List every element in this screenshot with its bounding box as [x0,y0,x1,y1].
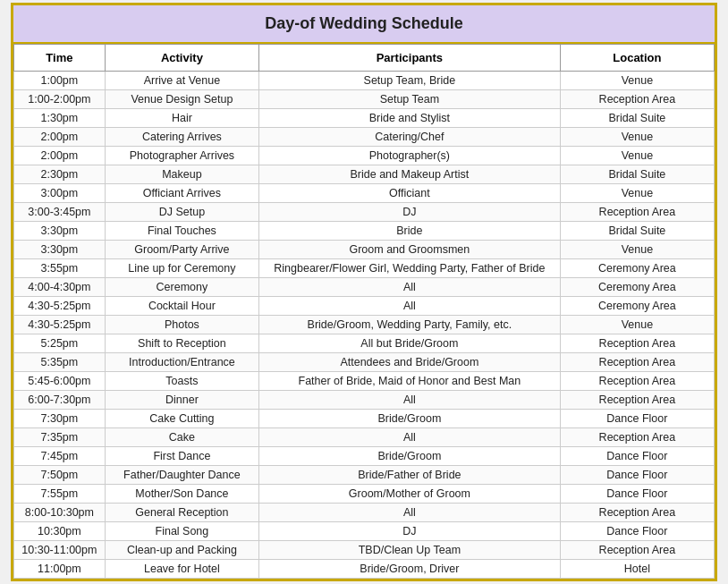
table-row: 4:30-5:25pmPhotosBride/Groom, Wedding Pa… [14,316,715,334]
cell-location: Venue [560,241,714,259]
table-row: 4:30-5:25pmCocktail HourAllCeremony Area [14,297,715,316]
cell-location: Dance Floor [560,485,714,504]
table-row: 2:30pmMakeupBride and Makeup ArtistBrida… [14,165,715,184]
cell-participants: TBD/Clean Up Team [259,541,561,560]
cell-activity: Photos [105,316,258,334]
cell-activity: General Reception [105,504,258,522]
table-row: 3:30pmGroom/Party ArriveGroom and Grooms… [14,241,715,259]
schedule-container: Day-of Wedding Schedule Time Activity Pa… [11,3,717,581]
cell-activity: Catering Arrives [105,128,258,147]
cell-participants: DJ [259,203,561,222]
table-row: 2:00pmCatering ArrivesCatering/ChefVenue [14,128,715,147]
table-row: 7:50pmFather/Daughter DanceBride/Father … [14,466,715,485]
cell-location: Venue [560,147,714,165]
header-row: Time Activity Participants Location [14,45,715,72]
cell-activity: Makeup [105,165,258,184]
table-row: 10:30-11:00pmClean-up and PackingTBD/Cle… [14,541,715,560]
cell-participants: All [259,428,561,447]
cell-time: 5:35pm [14,353,106,372]
cell-activity: Clean-up and Packing [105,541,258,560]
cell-time: 6:00-7:30pm [14,391,106,410]
table-row: 3:30pmFinal TouchesBrideBridal Suite [14,222,715,241]
cell-time: 3:30pm [14,222,106,241]
cell-time: 2:00pm [14,147,106,165]
header-activity: Activity [105,45,258,72]
table-row: 10:30pmFinal SongDJDance Floor [14,522,715,541]
cell-participants: All [259,297,561,316]
title-row: Day-of Wedding Schedule [13,5,715,44]
schedule-table: Time Activity Participants Location 1:00… [13,44,715,579]
table-row: 1:00-2:00pmVenue Design SetupSetup TeamR… [14,90,715,109]
cell-participants: Bride/Groom, Wedding Party, Family, etc. [259,316,561,334]
cell-participants: Setup Team [259,90,561,109]
table-row: 5:25pmShift to ReceptionAll but Bride/Gr… [14,334,715,353]
cell-participants: All but Bride/Groom [259,334,561,353]
cell-participants: Photographer(s) [259,147,561,165]
cell-location: Venue [560,72,714,90]
cell-participants: Officiant [259,184,561,203]
cell-activity: Cake Cutting [105,410,258,428]
cell-activity: Final Song [105,522,258,541]
cell-location: Bridal Suite [560,222,714,241]
schedule-body: 1:00pmArrive at VenueSetup Team, BrideVe… [14,72,715,579]
cell-location: Reception Area [560,504,714,522]
page-title: Day-of Wedding Schedule [265,14,463,32]
header-participants: Participants [259,45,561,72]
cell-participants: Bride and Stylist [259,109,561,128]
cell-participants: DJ [259,522,561,541]
cell-time: 7:45pm [14,447,106,466]
cell-location: Reception Area [560,90,714,109]
table-row: 11:00pmLeave for HotelBride/Groom, Drive… [14,560,715,579]
cell-activity: Line up for Ceremony [105,259,258,278]
cell-activity: Father/Daughter Dance [105,466,258,485]
cell-activity: Cake [105,428,258,447]
cell-participants: Bride/Groom [259,447,561,466]
cell-time: 5:45-6:00pm [14,372,106,391]
table-row: 3:00-3:45pmDJ SetupDJReception Area [14,203,715,222]
cell-activity: Leave for Hotel [105,560,258,579]
header-time: Time [14,45,106,72]
cell-participants: Bride [259,222,561,241]
cell-time: 10:30pm [14,522,106,541]
table-row: 6:00-7:30pmDinnerAllReception Area [14,391,715,410]
table-row: 5:35pmIntroduction/EntranceAttendees and… [14,353,715,372]
cell-time: 4:30-5:25pm [14,297,106,316]
table-row: 2:00pmPhotographer ArrivesPhotographer(s… [14,147,715,165]
table-row: 7:55pmMother/Son DanceGroom/Mother of Gr… [14,485,715,504]
cell-location: Ceremony Area [560,278,714,297]
cell-time: 11:00pm [14,560,106,579]
cell-activity: Toasts [105,372,258,391]
cell-activity: Shift to Reception [105,334,258,353]
cell-location: Reception Area [560,334,714,353]
cell-location: Reception Area [560,203,714,222]
cell-activity: Groom/Party Arrive [105,241,258,259]
table-row: 4:00-4:30pmCeremonyAllCeremony Area [14,278,715,297]
cell-time: 1:30pm [14,109,106,128]
cell-participants: All [259,278,561,297]
cell-time: 1:00pm [14,72,106,90]
cell-time: 2:30pm [14,165,106,184]
cell-location: Reception Area [560,391,714,410]
cell-time: 4:30-5:25pm [14,316,106,334]
cell-location: Reception Area [560,541,714,560]
cell-activity: Ceremony [105,278,258,297]
cell-location: Ceremony Area [560,259,714,278]
cell-activity: DJ Setup [105,203,258,222]
cell-activity: Venue Design Setup [105,90,258,109]
cell-participants: Bride/Father of Bride [259,466,561,485]
cell-time: 7:55pm [14,485,106,504]
cell-activity: Final Touches [105,222,258,241]
cell-location: Bridal Suite [560,165,714,184]
cell-activity: Officiant Arrives [105,184,258,203]
cell-participants: Catering/Chef [259,128,561,147]
cell-activity: Arrive at Venue [105,72,258,90]
cell-location: Hotel [560,560,714,579]
cell-location: Dance Floor [560,522,714,541]
cell-location: Reception Area [560,372,714,391]
cell-time: 4:00-4:30pm [14,278,106,297]
cell-location: Ceremony Area [560,297,714,316]
cell-location: Dance Floor [560,410,714,428]
cell-location: Bridal Suite [560,109,714,128]
table-row: 3:00pmOfficiant ArrivesOfficiantVenue [14,184,715,203]
cell-time: 8:00-10:30pm [14,504,106,522]
